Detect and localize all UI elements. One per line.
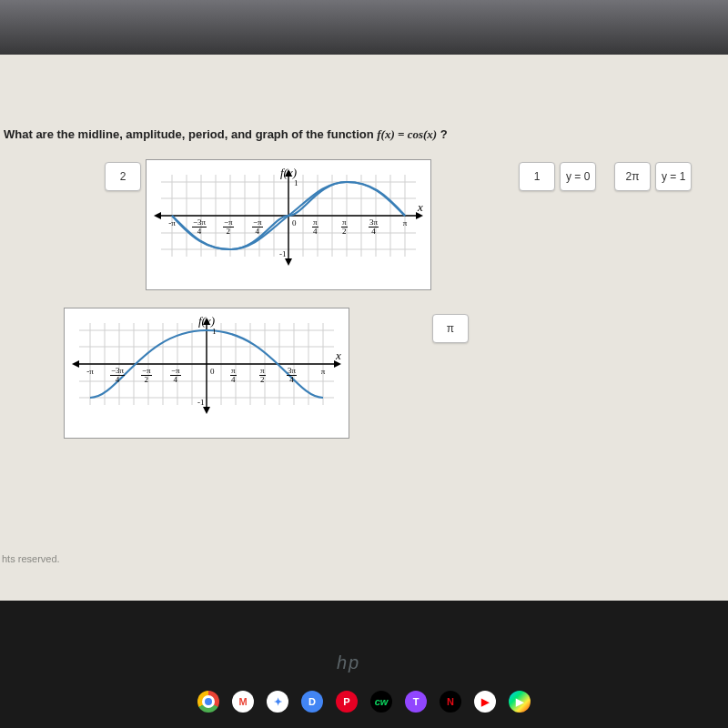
- sine-plot-svg: f(x) x -π −3π4 −π2 −π4 0 π4 π2 3π4 π 1 -…: [152, 166, 425, 284]
- netflix-icon[interactable]: N: [440, 691, 461, 713]
- svg-text:-1: -1: [197, 398, 205, 407]
- svg-text:-π: -π: [86, 367, 94, 376]
- svg-text:1: 1: [212, 327, 217, 336]
- svg-marker-50: [72, 360, 79, 368]
- answer-choice-2[interactable]: 2: [105, 162, 141, 191]
- pinterest-icon[interactable]: P: [336, 691, 358, 713]
- question-function: f(x) = cos(x): [377, 127, 437, 141]
- svg-text:1: 1: [294, 178, 298, 187]
- answer-choice-pi[interactable]: π: [432, 314, 469, 343]
- question-prefix: What are the midline, amplitude, period,…: [4, 127, 377, 141]
- xlabel2: x: [335, 349, 341, 362]
- svg-text:0: 0: [292, 218, 297, 228]
- svg-text:-π: -π: [168, 218, 176, 228]
- graph-option-sine[interactable]: f(x) x -π −3π4 −π2 −π4 0 π4 π2 3π4 π 1 -…: [146, 159, 431, 290]
- y-arrow-down: [285, 258, 292, 266]
- answer-choice-2pi[interactable]: 2π: [614, 162, 651, 191]
- question-text: What are the midline, amplitude, period,…: [4, 127, 724, 142]
- cosine-plot-svg: f(x) x -π −3π4 −π2 −π4 0 π4 π2 3π4 π 1 -…: [70, 314, 343, 432]
- answer-choice-y1[interactable]: y = 1: [655, 162, 692, 191]
- youtube-icon[interactable]: ▶: [474, 691, 496, 713]
- docs-icon[interactable]: D: [301, 691, 323, 713]
- flabel2: f(x): [198, 314, 215, 328]
- svg-text:0: 0: [210, 367, 215, 376]
- answer-choice-1[interactable]: 1: [519, 162, 555, 191]
- x-arrow-left: [154, 212, 161, 219]
- graph-option-cosine[interactable]: f(x) x -π −3π4 −π2 −π4 0 π4 π2 3π4 π 1 -…: [64, 308, 349, 439]
- gmail-icon[interactable]: M: [232, 691, 254, 713]
- svg-marker-52: [203, 407, 210, 414]
- question-suffix: ?: [440, 127, 448, 141]
- svg-text:π: π: [403, 218, 408, 228]
- twitch-icon[interactable]: T: [405, 691, 427, 713]
- answer-choice-y0[interactable]: y = 0: [560, 162, 596, 191]
- hp-logo: hp: [337, 652, 360, 673]
- svg-text:π: π: [321, 367, 326, 376]
- svg-text:-1: -1: [279, 249, 287, 258]
- copyright-text: hts reserved.: [2, 553, 60, 564]
- cw-icon[interactable]: cw: [370, 691, 392, 713]
- play-store-icon[interactable]: ▶: [509, 691, 531, 713]
- photos-icon[interactable]: ✦: [267, 691, 288, 713]
- chromebook-shelf: M ✦ D P cw T N ▶ ▶: [0, 686, 728, 717]
- xlabel: x: [417, 200, 423, 214]
- webpage-area: What are the midline, amplitude, period,…: [0, 55, 728, 601]
- chrome-icon[interactable]: [197, 691, 219, 713]
- flabel: f(x): [280, 166, 297, 179]
